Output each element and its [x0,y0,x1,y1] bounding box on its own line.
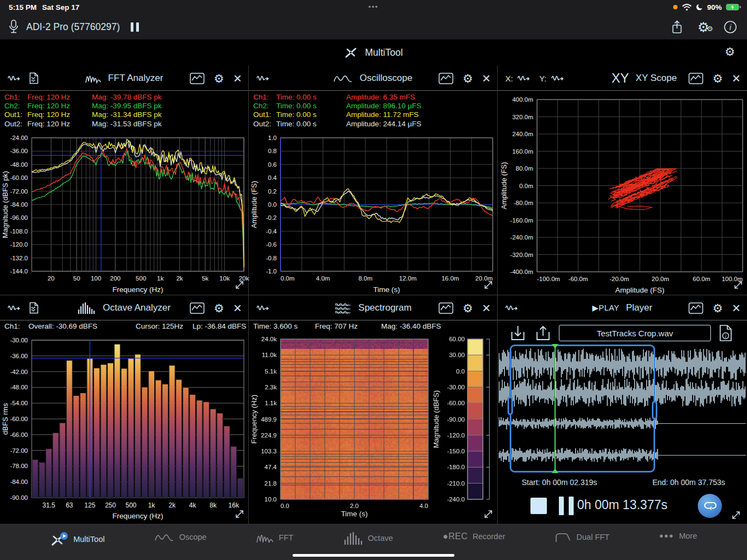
nav-tab-oscope[interactable]: Oscope [155,532,207,542]
svg-text:1.1k: 1.1k [265,400,277,406]
playhead-marker[interactable] [555,345,556,472]
more-dots-icon: ••• [660,533,674,539]
selection-start-handle[interactable] [507,396,513,415]
nav-label: MultiTool [73,535,104,544]
svg-text:-20.0m: -20.0m [610,276,629,282]
xy-close-button[interactable]: × [732,72,740,84]
chart-style-button[interactable] [439,302,453,314]
file-info-icon[interactable]: i [719,324,733,342]
spec-close-button[interactable]: × [482,302,491,314]
spec-expand-icon[interactable] [483,509,494,522]
readout-mag: Mag: -31.34 dBFS pk [92,110,162,119]
octave-close-button[interactable]: × [234,302,242,314]
svg-text:0.6: 0.6 [268,161,277,168]
import-file-icon[interactable] [510,324,526,342]
nav-tab-multitool[interactable]: MultiTool [50,532,104,547]
svg-text:-150.0: -150.0 [447,448,465,454]
svg-text:0.4: 0.4 [268,174,277,181]
selection-end-time: End: 0h 00m 37.753s [652,478,725,487]
xy-expand-icon[interactable] [733,279,744,293]
scope-expand-icon[interactable] [483,279,494,293]
nav-label: Dual FFT [576,533,609,541]
loop-button[interactable] [698,494,722,518]
home-indicator[interactable] [293,554,454,557]
scope-close-button[interactable]: × [482,72,491,84]
moon-icon [696,3,703,11]
chart-style-button[interactable] [688,302,703,314]
octave-expand-icon[interactable] [234,509,245,522]
chart-style-button[interactable] [190,73,205,84]
player-settings-gear[interactable]: ⚙ [713,302,723,314]
player-panel-title: Player [626,302,652,313]
file-name-field[interactable]: TestTracks Crop.wav [559,325,711,341]
octave-chart[interactable]: -30.00-36.00-42.00-48.00-54.00-60.00-66.… [0,334,248,526]
fft-expand-icon[interactable] [234,279,245,293]
svg-text:-78.00: -78.00 [10,463,28,469]
player-panel: ▶PLAY Player ⚙ × TestTracks Crop.wav i [498,295,747,524]
nav-tab-recorder[interactable]: ●REC Recorder [443,532,505,541]
xy-chart[interactable]: 400.0m320.0m240.0m160.0m80.0m0.0m-80.0m-… [498,91,747,298]
svg-text:-0.2: -0.2 [266,214,277,221]
svg-text:11.0k: 11.0k [262,352,277,358]
svg-text:dBFS rms: dBFS rms [1,403,9,435]
selection-region[interactable] [510,345,655,472]
readout-amplitude: Amplitude: 244.14 µFS [346,120,422,128]
svg-text:-96.00: -96.00 [10,214,28,221]
fft-chart[interactable]: -24.00-36.00-48.00-60.00-72.00-84.00-96.… [0,129,248,298]
svg-text:-320.0m: -320.0m [510,252,533,258]
svg-text:60.0m: 60.0m [693,276,710,282]
svg-text:489.9: 489.9 [261,416,277,423]
nav-tab-dual-fft[interactable]: Dual FFT [555,532,609,542]
selection-times: Start: 0h 00m 02.319s End: 0h 00m 37.753… [498,478,747,487]
pause-stream-button[interactable] [131,22,139,32]
app-header: ADI-2 Pro (57760297) ⚙⚙ i [0,14,747,39]
svg-text:-0.4: -0.4 [266,228,277,235]
readout-freq: Freq: 120 Hz [27,102,92,110]
svg-text:1k: 1k [157,275,164,282]
fft-close-button[interactable]: × [234,72,242,84]
spec-settings-gear[interactable]: ⚙ [463,302,473,314]
multitool-title-bar: MultiTool ⚙ [0,39,747,66]
octave-panel-title: Octave Analyzer [103,302,171,313]
chart-style-button[interactable] [688,73,703,84]
player-expand-icon[interactable] [731,510,742,523]
svg-text:-1.0: -1.0 [266,268,277,275]
svg-text:Magnitude (dBFS): Magnitude (dBFS) [432,390,440,448]
nav-tab-more[interactable]: ••• More [660,532,697,540]
spectrogram-chart[interactable]: 24.0k11.0k5.1k2.3k1.1k489.9224.9103.347.… [249,334,497,524]
readout-channel: Ch2: [253,102,276,110]
export-file-icon[interactable] [535,324,551,342]
multitool-settings-gear[interactable]: ⚙ [725,46,735,57]
nav-tab-fft[interactable]: FFT [256,532,294,544]
chart-style-button[interactable] [190,302,205,314]
svg-text:-80.0m: -80.0m [513,200,533,206]
player-waveform-area[interactable] [498,347,747,471]
svg-text:0.0m: 0.0m [281,275,295,282]
nav-tab-octave[interactable]: Octave [343,532,393,545]
readout-cursor: Cursor: 125Hz [136,322,183,330]
spec-panel-header: Spectrogram ⚙ × [249,295,497,320]
scope-settings-gear[interactable]: ⚙ [463,73,473,84]
oscilloscope-chart[interactable]: 1.00.80.60.40.20.0-0.2-0.4-0.6-0.8-1.00.… [249,129,497,298]
selection-end-handle[interactable] [652,401,657,419]
battery-charging-icon [726,3,742,11]
player-close-button[interactable]: × [732,302,740,314]
multitool-app: 5:15 PM Sat Sep 17 ••• 90% ADI-2 Pro (57… [0,0,747,560]
svg-text:2k: 2k [176,275,183,282]
share-icon[interactable] [671,20,683,34]
chart-style-button[interactable] [439,73,453,84]
svg-text:16.0m: 16.0m [441,275,459,282]
svg-text:21.8: 21.8 [265,480,277,487]
settings-gears-icon[interactable]: ⚙⚙ [697,21,709,33]
svg-text:0.2: 0.2 [268,188,277,195]
octave-settings-gear[interactable]: ⚙ [214,302,224,314]
nav-label: More [679,532,697,540]
readout-time: Time: 0.00 s [276,110,346,119]
info-icon[interactable]: i [723,20,737,34]
svg-text:-30.00: -30.00 [10,337,28,343]
fft-settings-gear[interactable]: ⚙ [214,73,224,84]
spec-readout: Time: 3.600 s Freq: 707 Hz Mag: -36.40 d… [249,320,497,334]
xy-settings-gear[interactable]: ⚙ [713,73,723,84]
svg-text:500: 500 [136,275,146,282]
svg-text:-48.00: -48.00 [10,161,28,168]
